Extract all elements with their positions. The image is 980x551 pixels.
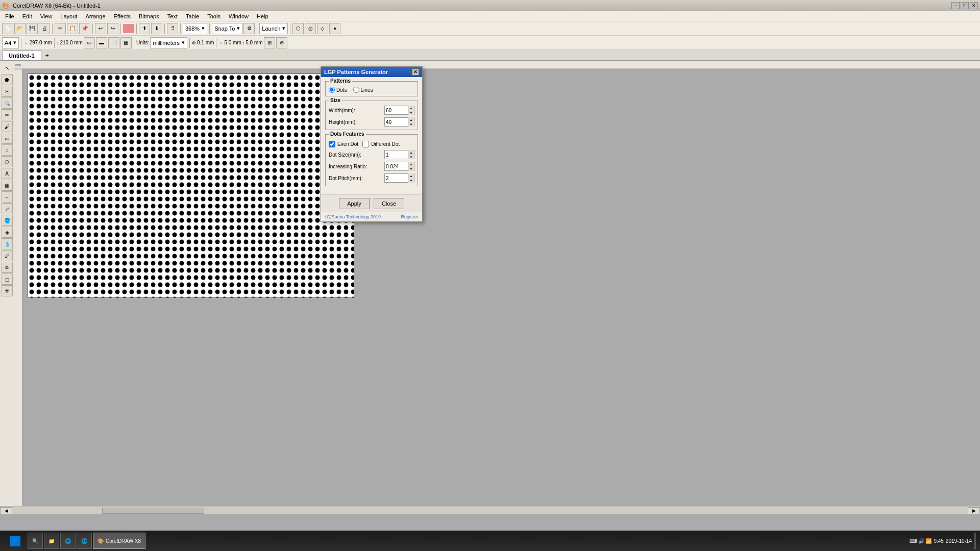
close-button[interactable]: ✕ bbox=[970, 2, 978, 9]
shape-tool[interactable]: ⬟ bbox=[2, 74, 13, 85]
connector-tool[interactable]: ⤢ bbox=[2, 203, 13, 214]
select-tool[interactable]: ↖ bbox=[2, 62, 13, 73]
width-input[interactable] bbox=[385, 106, 408, 114]
taskbar-file-explorer[interactable]: 📁 bbox=[44, 533, 59, 549]
taskbar-browser1[interactable]: 🌐 bbox=[60, 533, 76, 549]
show-desktop-button[interactable] bbox=[974, 533, 976, 549]
snap-to-grid-button[interactable]: ⊞ bbox=[264, 37, 275, 48]
smart-fill-tool[interactable]: ◈ bbox=[2, 227, 13, 238]
width-down-button[interactable]: ▼ bbox=[408, 110, 414, 115]
portrait-button[interactable]: ▭ bbox=[84, 37, 95, 48]
dot-pitch-up-button[interactable]: ▲ bbox=[408, 173, 414, 178]
ellipse-tool[interactable]: ○ bbox=[2, 144, 13, 156]
export-button[interactable]: ⬇ bbox=[151, 23, 162, 34]
dialog-close-button[interactable]: ✕ bbox=[412, 68, 419, 76]
units-dropdown[interactable]: millimeters ▾ bbox=[150, 37, 187, 48]
paste-button[interactable]: 📌 bbox=[79, 23, 90, 34]
height-down-button[interactable]: ▼ bbox=[408, 122, 414, 127]
cut-button[interactable]: ✂ bbox=[55, 23, 66, 34]
transparency-tool[interactable]: ◻ bbox=[2, 273, 13, 285]
menu-table[interactable]: Table bbox=[182, 12, 203, 20]
page-layout-btn2[interactable]: ▦ bbox=[120, 37, 132, 48]
new-button[interactable]: 📄 bbox=[2, 23, 13, 34]
table-tool[interactable]: ▦ bbox=[2, 180, 13, 191]
lines-radio[interactable] bbox=[353, 87, 359, 93]
dot-size-input[interactable] bbox=[385, 151, 408, 159]
hscrollbar[interactable]: ◀ ▶ bbox=[0, 506, 980, 514]
menu-layout[interactable]: Layout bbox=[56, 12, 81, 20]
polygon-tool[interactable]: ⬡ bbox=[2, 156, 13, 167]
hscroll-thumb[interactable] bbox=[102, 508, 204, 514]
rectangle-tool[interactable]: ▭ bbox=[2, 133, 13, 144]
scroll-left-button[interactable]: ◀ bbox=[0, 507, 12, 514]
launch-dropdown[interactable]: Launch ▾ bbox=[259, 23, 288, 34]
zoom-dropdown[interactable]: 368% ▾ bbox=[183, 23, 207, 34]
undo-button[interactable]: ↩ bbox=[95, 23, 106, 34]
increasing-ratio-input[interactable] bbox=[385, 162, 408, 170]
menu-effects[interactable]: Effects bbox=[110, 12, 135, 20]
dot-pitch-input[interactable] bbox=[385, 174, 408, 182]
width-up-button[interactable]: ▲ bbox=[408, 106, 414, 110]
page-layout-btn1[interactable]: ⬜ bbox=[108, 37, 119, 48]
blend-tool[interactable]: ⚙ bbox=[2, 262, 13, 273]
increasing-ratio-down-button[interactable]: ▼ bbox=[408, 166, 414, 171]
height-input[interactable] bbox=[385, 118, 408, 126]
maximize-button[interactable]: □ bbox=[961, 2, 969, 9]
copy-button[interactable]: 📋 bbox=[67, 23, 78, 34]
different-dot-label[interactable]: Different Dot bbox=[362, 141, 400, 147]
zoom-tool[interactable]: 🔍 bbox=[2, 97, 13, 109]
fill-color-button[interactable] bbox=[123, 24, 134, 33]
increasing-ratio-up-button[interactable]: ▲ bbox=[408, 162, 414, 166]
minimize-button[interactable]: ─ bbox=[951, 2, 960, 9]
landscape-button[interactable]: ▬ bbox=[96, 37, 107, 48]
menu-edit[interactable]: Edit bbox=[18, 12, 36, 20]
dots-radio[interactable] bbox=[329, 87, 335, 93]
tab-untitled1[interactable]: Untitled-1 bbox=[2, 51, 41, 60]
menu-tools[interactable]: Tools bbox=[203, 12, 225, 20]
outline-pen-tool[interactable]: 🖊 bbox=[2, 250, 13, 261]
scroll-right-button[interactable]: ▶ bbox=[968, 507, 980, 514]
save-button[interactable]: 💾 bbox=[27, 23, 38, 34]
menu-bitmaps[interactable]: Bitmaps bbox=[135, 12, 163, 20]
different-dot-checkbox[interactable] bbox=[362, 141, 369, 147]
tool2-button[interactable]: ◎ bbox=[305, 23, 316, 34]
height-up-button[interactable]: ▲ bbox=[408, 117, 414, 122]
add-tab-button[interactable]: + bbox=[42, 51, 52, 60]
taskbar-search[interactable]: 🔍 bbox=[28, 533, 43, 549]
crop-tool[interactable]: ✂ bbox=[2, 86, 13, 97]
dimension-tool[interactable]: ↔ bbox=[2, 191, 13, 203]
dot-pitch-down-button[interactable]: ▼ bbox=[408, 178, 414, 183]
text-tool[interactable]: A bbox=[2, 168, 13, 179]
dots-button[interactable]: ⠿ bbox=[167, 23, 178, 34]
menu-view[interactable]: View bbox=[36, 12, 57, 20]
fill-tool[interactable]: 🪣 bbox=[2, 215, 13, 226]
menu-arrange[interactable]: Arrange bbox=[81, 12, 109, 20]
freehand-tool[interactable]: ✏ bbox=[2, 109, 13, 120]
menu-help[interactable]: Help bbox=[253, 12, 273, 20]
redo-button[interactable]: ↪ bbox=[107, 23, 118, 34]
titlebar-controls[interactable]: ─ □ ✕ bbox=[951, 2, 978, 9]
close-dialog-button[interactable]: Close bbox=[374, 198, 404, 209]
lines-radio-label[interactable]: Lines bbox=[353, 87, 373, 93]
snap-to-dropdown[interactable]: Snap To ▾ bbox=[212, 23, 242, 34]
open-button[interactable]: 📂 bbox=[14, 23, 26, 34]
taskbar-coreldraw[interactable]: 🎨 CorelDRAW X8 bbox=[93, 533, 145, 549]
print-button[interactable]: 🖨 bbox=[39, 23, 50, 34]
menu-file[interactable]: File bbox=[1, 12, 18, 20]
even-dot-checkbox[interactable] bbox=[329, 141, 335, 147]
add-content-button[interactable]: + bbox=[2, 285, 13, 296]
tool4-button[interactable]: ♦ bbox=[329, 23, 340, 34]
eyedropper-tool[interactable]: 💧 bbox=[2, 238, 13, 249]
snap-settings-button[interactable]: ⚙ bbox=[243, 23, 255, 34]
start-button[interactable] bbox=[2, 532, 28, 550]
register-link[interactable]: Register bbox=[401, 214, 418, 219]
origin-button[interactable]: ⊕ bbox=[276, 37, 287, 48]
import-button[interactable]: ⬆ bbox=[139, 23, 150, 34]
tool1-button[interactable]: ⬡ bbox=[292, 23, 304, 34]
menu-text[interactable]: Text bbox=[163, 12, 182, 20]
apply-button[interactable]: Apply bbox=[339, 198, 370, 209]
menu-window[interactable]: Window bbox=[225, 12, 253, 20]
dot-size-up-button[interactable]: ▲ bbox=[408, 150, 414, 155]
even-dot-label[interactable]: Even Dot bbox=[329, 141, 358, 147]
tool3-button[interactable]: ◇ bbox=[317, 23, 328, 34]
